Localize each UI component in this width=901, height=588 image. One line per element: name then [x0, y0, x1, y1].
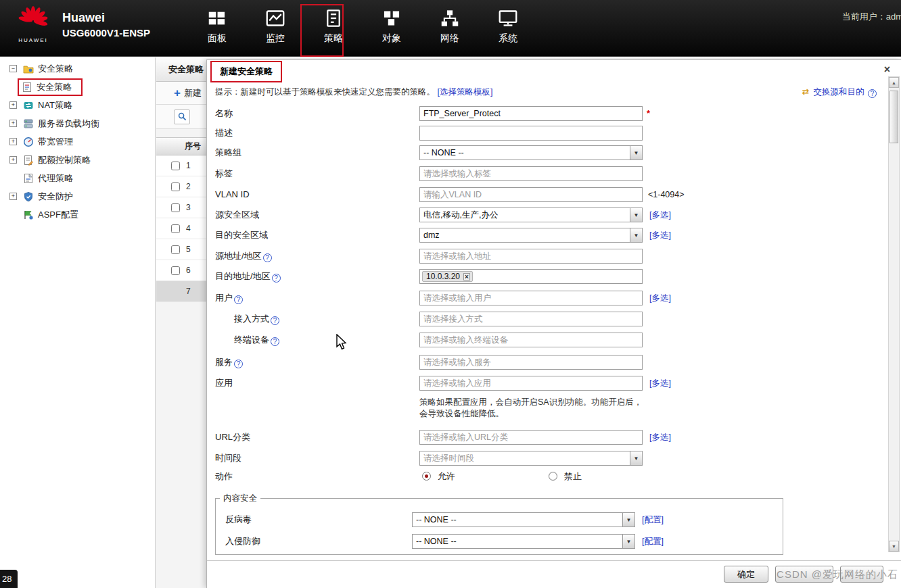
address-tag: 10.0.3.20 ×: [422, 271, 473, 282]
remove-tag-icon[interactable]: ×: [463, 273, 470, 280]
sidebar-item-label: 带宽管理: [38, 136, 73, 148]
antivirus-config-link[interactable]: [配置]: [642, 512, 664, 527]
server-lb-icon: [23, 118, 34, 129]
expand-icon[interactable]: +: [9, 138, 17, 145]
row-checkbox[interactable]: [171, 266, 180, 275]
sidebar-item-security-policy-group[interactable]: − 安全策略: [0, 59, 155, 78]
dest-zone-multi-link[interactable]: [多选]: [649, 228, 671, 243]
user-input[interactable]: [419, 291, 643, 305]
shield-icon: [23, 191, 34, 202]
brand-name: Huawei: [62, 11, 150, 25]
row-checkbox[interactable]: [171, 245, 180, 254]
row-seq: 7: [186, 287, 191, 296]
name-input[interactable]: [419, 106, 643, 121]
terminal-device-input[interactable]: [419, 333, 643, 347]
swap-link-label[interactable]: 交换源和目的: [814, 87, 864, 97]
row-checkbox[interactable]: [171, 182, 180, 191]
tag-input[interactable]: [419, 166, 643, 181]
antivirus-select[interactable]: -- NONE -- ▼: [412, 512, 635, 527]
select-policy-template-link[interactable]: [选择策略模板]: [437, 87, 492, 97]
field-row-dest-zone: 目的安全区域 dmz ▼ [多选]: [215, 228, 874, 244]
field-row-vlan: VLAN ID <1-4094>: [215, 187, 874, 203]
scroll-up-icon[interactable]: ▲: [889, 77, 899, 88]
scrollbar-thumb[interactable]: [890, 91, 898, 143]
help-icon[interactable]: ?: [234, 295, 243, 304]
nav-label: 策略: [324, 32, 343, 45]
sidebar-item-aspf-config[interactable]: ASPF配置: [0, 205, 155, 224]
footer-button-2[interactable]: [775, 566, 833, 583]
footer-divider: [207, 560, 901, 561]
row-checkbox[interactable]: [171, 162, 180, 170]
access-mode-input[interactable]: [419, 312, 643, 326]
ips-select[interactable]: -- NONE -- ▼: [412, 534, 635, 549]
screen: HUAWEI Huawei USG6000V1-ENSP 面板 监控: [0, 0, 901, 588]
help-icon[interactable]: ?: [263, 253, 272, 262]
source-address-label-text: 源地址/地区: [215, 251, 262, 261]
plus-icon: +: [174, 87, 181, 100]
new-policy-button[interactable]: + 新建: [174, 87, 202, 100]
help-icon[interactable]: ?: [868, 89, 877, 98]
sidebar-item-proxy-policy[interactable]: 代理策略: [0, 169, 155, 187]
network-icon: [440, 9, 460, 28]
help-icon[interactable]: ?: [234, 360, 243, 368]
sidebar-item-label: ASPF配置: [38, 209, 78, 221]
dialog-tip-bar: 提示：新建时可以基于策略模板来快速定义您需要的策略。 [选择策略模板] ⇄ 交换…: [215, 87, 878, 99]
action-deny-radio[interactable]: [549, 472, 557, 481]
source-zone-multi-link[interactable]: [多选]: [649, 207, 671, 222]
dest-address-field[interactable]: 10.0.3.20 ×: [419, 269, 643, 284]
user-multi-link[interactable]: [多选]: [649, 291, 671, 305]
action-allow-option: 允许: [422, 470, 455, 483]
time-range-select[interactable]: 请选择时间段 ▼: [419, 451, 643, 466]
aspf-icon: [23, 210, 34, 220]
action-allow-radio[interactable]: [422, 472, 431, 481]
row-checkbox[interactable]: [171, 224, 180, 233]
nav-item-monitor[interactable]: 监控: [246, 0, 304, 57]
nav-item-network[interactable]: 网络: [421, 0, 479, 57]
ok-button[interactable]: 确定: [724, 566, 768, 583]
sidebar-item-quota-control-policy[interactable]: + 配额控制策略: [0, 151, 155, 169]
url-category-multi-link[interactable]: [多选]: [649, 430, 671, 445]
ips-config-link[interactable]: [配置]: [642, 534, 664, 549]
expand-icon[interactable]: +: [9, 156, 17, 164]
expand-icon[interactable]: +: [9, 193, 17, 200]
policy-group-select[interactable]: -- NONE -- ▼: [419, 145, 643, 160]
help-icon[interactable]: ?: [271, 316, 279, 325]
footer-button-3[interactable]: [840, 566, 883, 583]
swap-src-dst-link[interactable]: ⇄ 交换源和目的 ?: [802, 87, 877, 98]
help-icon[interactable]: ?: [271, 337, 279, 346]
service-input[interactable]: [419, 355, 643, 370]
nav-item-policy[interactable]: 策略: [304, 0, 363, 57]
time-range-value: 请选择时间段: [423, 451, 474, 465]
nav-item-system[interactable]: 系统: [479, 0, 537, 57]
nav-item-objects[interactable]: 对象: [363, 0, 421, 57]
expand-icon[interactable]: +: [9, 101, 17, 109]
sidebar-item-nat-policy[interactable]: + NAT策略: [0, 96, 155, 114]
dest-zone-select[interactable]: dmz ▼: [419, 228, 643, 243]
expand-icon[interactable]: +: [9, 120, 17, 127]
field-row-access-mode: 接入方式?: [215, 312, 874, 328]
collapse-icon[interactable]: −: [9, 65, 17, 72]
close-icon[interactable]: ×: [884, 64, 890, 75]
ips-label: 入侵防御: [225, 534, 260, 549]
sidebar-item-security-protection[interactable]: + 安全防护: [0, 187, 155, 205]
antivirus-value: -- NONE --: [416, 513, 457, 526]
nav-item-dashboard[interactable]: 面板: [188, 0, 246, 57]
sidebar-item-bandwidth-management[interactable]: + 带宽管理: [0, 132, 155, 151]
application-input[interactable]: [419, 376, 643, 391]
sidebar-item-security-policy[interactable]: 安全策略: [0, 78, 155, 96]
highlight-box-security-policy: 安全策略: [18, 78, 83, 96]
vlan-input[interactable]: [419, 187, 643, 202]
url-category-input[interactable]: [419, 430, 643, 445]
tip-text: 提示：新建时可以基于策略模板来快速定义您需要的策略。: [215, 87, 435, 97]
source-zone-select[interactable]: 电信,移动,生产,办公 ▼: [419, 207, 643, 222]
help-icon[interactable]: ?: [272, 274, 281, 283]
dest-zone-value: dmz: [423, 228, 440, 242]
dialog-scrollbar[interactable]: ▲ ▼: [888, 76, 900, 552]
search-button[interactable]: [174, 109, 190, 124]
sidebar-item-server-load-balance[interactable]: + 服务器负载均衡: [0, 114, 155, 132]
row-checkbox[interactable]: [171, 203, 180, 212]
description-input[interactable]: [419, 126, 643, 141]
source-address-input[interactable]: [419, 249, 643, 264]
scroll-down-icon[interactable]: ▼: [889, 541, 899, 552]
application-multi-link[interactable]: [多选]: [649, 376, 671, 391]
